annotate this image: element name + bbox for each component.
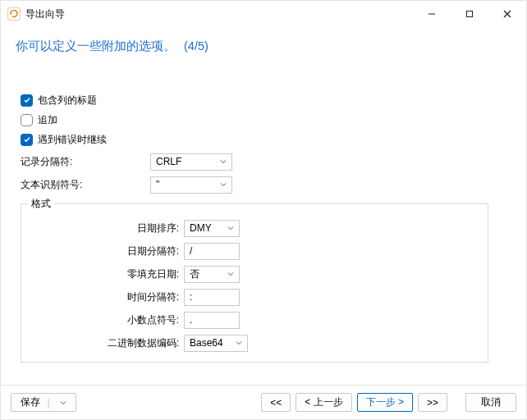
chevron-down-icon <box>220 158 227 165</box>
prev-button[interactable]: < 上一步 <box>296 393 351 412</box>
binary-encoding-row: 二进制数据编码: Base64 <box>30 332 479 354</box>
date-order-value: DMY <box>190 222 212 234</box>
date-order-row: 日期排序: DMY <box>30 217 479 239</box>
continue-on-error-checkbox[interactable]: 遇到错误时继续 <box>21 130 506 149</box>
content-area: 包含列的标题 追加 遇到错误时继续 记录分隔符: CRLF 文本识别符号: <box>1 54 526 385</box>
time-separator-input[interactable]: : <box>184 289 240 306</box>
cancel-label: 取消 <box>481 395 501 409</box>
append-label: 追加 <box>38 113 57 127</box>
first-label: << <box>270 397 282 409</box>
decimal-label: 小数点符号: <box>30 313 184 327</box>
save-label: 保存 <box>21 395 40 409</box>
zero-pad-row: 零填充日期: 否 <box>30 263 479 285</box>
time-separator-label: 时间分隔符: <box>30 290 184 304</box>
time-separator-value: : <box>190 291 192 303</box>
decimal-input[interactable]: . <box>184 312 240 329</box>
first-button[interactable]: << <box>261 393 291 412</box>
button-bar: 保存 | << < 上一步 下一步 > >> 取消 <box>1 385 526 419</box>
chevron-down-icon <box>236 340 242 346</box>
binary-encoding-select[interactable]: Base64 <box>184 335 248 352</box>
record-separator-label: 记录分隔符: <box>21 155 150 169</box>
text-qualifier-label: 文本识别符号: <box>21 178 150 192</box>
last-label: >> <box>427 397 438 409</box>
include-header-checkbox[interactable]: 包含列的标题 <box>21 90 506 110</box>
text-qualifier-select[interactable]: " <box>150 176 232 194</box>
save-button[interactable]: 保存 | <box>11 393 76 412</box>
window-title: 导出向导 <box>25 7 65 21</box>
continue-on-error-label: 遇到错误时继续 <box>38 133 107 147</box>
svg-rect-1 <box>467 11 473 17</box>
chevron-down-icon <box>220 181 227 188</box>
checkbox-empty-icon <box>21 114 33 126</box>
date-separator-label: 日期分隔符: <box>30 244 184 258</box>
page-heading: 你可以定义一些附加的选项。 (4/5) <box>1 27 526 54</box>
heading-text: 你可以定义一些附加的选项。 <box>16 39 176 52</box>
maximize-button[interactable] <box>451 1 488 27</box>
minimize-button[interactable] <box>413 1 451 27</box>
zero-pad-label: 零填充日期: <box>30 267 184 281</box>
include-header-label: 包含列的标题 <box>38 94 97 107</box>
binary-encoding-value: Base64 <box>190 337 223 349</box>
date-order-select[interactable]: DMY <box>184 220 240 237</box>
checkmark-icon <box>21 94 33 107</box>
format-fieldset: 格式 日期排序: DMY 日期分隔符: / 零填充日期: <box>21 203 488 363</box>
export-wizard-window: 导出向导 你可以定义一些附加的选项。 (4/5) 包含列的标题 追加 <box>0 0 527 420</box>
record-separator-value: CRLF <box>156 156 181 167</box>
zero-pad-value: 否 <box>190 267 199 281</box>
record-separator-select[interactable]: CRLF <box>150 153 232 171</box>
decimal-value: . <box>190 314 192 326</box>
decimal-row: 小数点符号: . <box>30 309 479 331</box>
titlebar: 导出向导 <box>1 1 526 27</box>
step-count: (4/5) <box>184 39 209 52</box>
date-order-label: 日期排序: <box>30 221 184 235</box>
record-separator-row: 记录分隔符: CRLF <box>21 151 506 172</box>
next-label: 下一步 > <box>366 395 404 409</box>
app-icon <box>7 7 21 21</box>
time-separator-row: 时间分隔符: : <box>30 286 479 308</box>
separator: | <box>47 397 49 409</box>
close-button[interactable] <box>488 1 526 27</box>
date-separator-value: / <box>190 245 192 257</box>
prev-label: < 上一步 <box>305 395 342 409</box>
zero-pad-select[interactable]: 否 <box>184 266 240 283</box>
text-qualifier-value: " <box>156 179 159 190</box>
chevron-down-icon <box>60 399 66 406</box>
cancel-button[interactable]: 取消 <box>465 393 516 412</box>
date-separator-input[interactable]: / <box>184 243 240 260</box>
chevron-down-icon <box>227 271 234 277</box>
chevron-down-icon <box>227 225 234 231</box>
append-checkbox[interactable]: 追加 <box>21 110 506 130</box>
format-legend: 格式 <box>28 197 54 211</box>
next-button[interactable]: 下一步 > <box>357 393 413 412</box>
binary-encoding-label: 二进制数据编码: <box>30 336 184 350</box>
checkmark-icon <box>21 134 33 146</box>
date-separator-row: 日期分隔符: / <box>30 240 479 262</box>
text-qualifier-row: 文本识别符号: " <box>21 174 506 195</box>
last-button[interactable]: >> <box>418 393 447 412</box>
